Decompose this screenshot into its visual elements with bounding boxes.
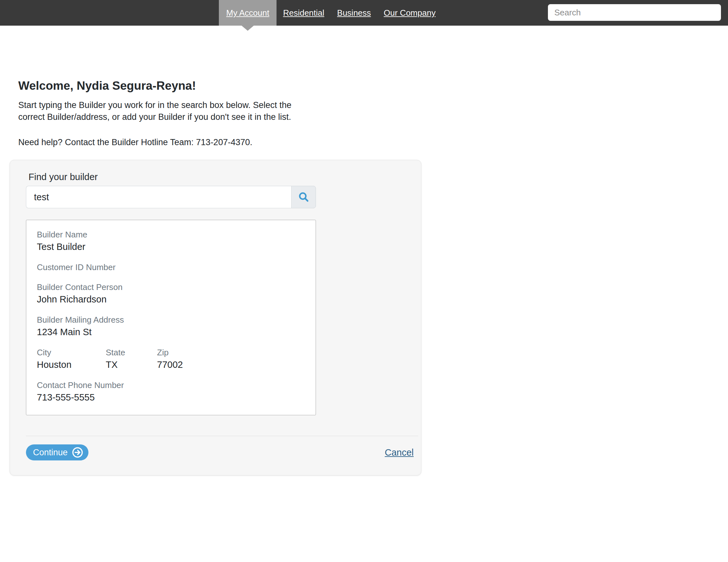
- zip-label: Zip: [157, 348, 306, 357]
- builder-name-value: Test Builder: [37, 241, 306, 252]
- phone-field: Contact Phone Number 713-555-5555: [37, 380, 306, 403]
- mailing-address-value: 1234 Main St: [37, 326, 306, 337]
- nav-links: My Account Residential Business Our Comp…: [219, 0, 435, 26]
- builder-name-label: Builder Name: [37, 230, 306, 239]
- builder-search-button[interactable]: [291, 186, 316, 208]
- phone-value: 713-555-5555: [37, 392, 306, 403]
- find-builder-label: Find your builder: [29, 172, 418, 182]
- top-search-input[interactable]: [548, 4, 721, 21]
- contact-person-label: Builder Contact Person: [37, 282, 306, 292]
- customer-id-field: Customer ID Number: [37, 262, 306, 272]
- intro-text: Start typing the Builder you work for in…: [18, 99, 728, 123]
- intro-text-line1: Start typing the Builder you work for in…: [18, 99, 728, 111]
- top-nav: My Account Residential Business Our Comp…: [0, 0, 728, 26]
- card-footer: Continue Cancel: [26, 444, 418, 460]
- builder-details-panel: Builder Name Test Builder Customer ID Nu…: [26, 220, 316, 415]
- phone-label: Contact Phone Number: [37, 380, 306, 390]
- city-label: City: [37, 348, 106, 357]
- nav-tab-my-account[interactable]: My Account: [219, 0, 277, 26]
- card-divider: [26, 436, 418, 436]
- nav-link-residential[interactable]: Residential: [283, 0, 324, 26]
- cancel-link[interactable]: Cancel: [385, 447, 414, 458]
- zip-value: 77002: [157, 359, 306, 370]
- intro-text-line2: correct Builder/address, or add your Bui…: [18, 111, 728, 123]
- nav-link-business[interactable]: Business: [337, 0, 371, 26]
- circle-arrow-right-icon: [72, 447, 83, 458]
- nav-link-our-company[interactable]: Our Company: [384, 0, 436, 26]
- city-field: City Houston: [37, 348, 106, 370]
- continue-button-label: Continue: [33, 448, 68, 458]
- state-value: TX: [106, 359, 157, 370]
- customer-id-label: Customer ID Number: [37, 262, 306, 272]
- contact-person-field: Builder Contact Person John Richardson: [37, 282, 306, 305]
- magnifier-icon: [298, 192, 309, 202]
- city-state-zip-row: City Houston State TX Zip 77002: [37, 348, 306, 370]
- page-title: Welcome, Nydia Segura-Reyna!: [18, 79, 728, 92]
- nav-tab-my-account-label: My Account: [226, 8, 269, 18]
- continue-button[interactable]: Continue: [26, 444, 88, 460]
- find-builder-card: Find your builder Builder Name Test Buil…: [10, 160, 421, 475]
- active-tab-caret-icon: [242, 26, 254, 31]
- builder-search-group: [26, 186, 316, 208]
- help-text: Need help? Contact the Builder Hotline T…: [18, 136, 728, 148]
- mailing-address-label: Builder Mailing Address: [37, 315, 306, 325]
- state-label: State: [106, 348, 157, 357]
- state-field: State TX: [106, 348, 157, 370]
- zip-field: Zip 77002: [157, 348, 306, 370]
- city-value: Houston: [37, 359, 106, 370]
- builder-search-input[interactable]: [26, 186, 291, 208]
- contact-person-value: John Richardson: [37, 294, 306, 305]
- builder-name-field: Builder Name Test Builder: [37, 230, 306, 252]
- mailing-address-field: Builder Mailing Address 1234 Main St: [37, 315, 306, 337]
